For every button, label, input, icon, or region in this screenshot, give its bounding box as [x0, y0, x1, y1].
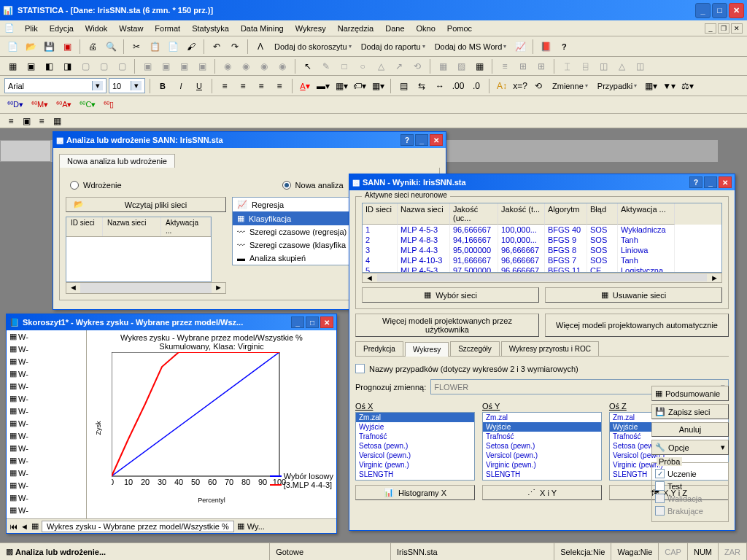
- workbook-tab[interactable]: Wy...: [247, 522, 265, 531]
- summary-button[interactable]: ▦Podsumowanie: [651, 386, 729, 401]
- help-icon[interactable]: ?: [556, 39, 572, 55]
- fillcolor-icon[interactable]: ▬▾: [315, 78, 331, 94]
- tab-nav-first[interactable]: ⏮: [9, 522, 18, 531]
- tb2-icon[interactable]: ▢: [77, 58, 93, 74]
- minimize-button[interactable]: _: [695, 3, 711, 18]
- close-button[interactable]: ✕: [729, 3, 744, 18]
- tb2-icon[interactable]: ▦: [471, 58, 487, 74]
- tb2-icon[interactable]: ◧: [41, 58, 57, 74]
- menu-edycja[interactable]: Edycja: [44, 23, 80, 34]
- network-table[interactable]: ID sieci Nazwa sieci Aktywacja ...: [66, 217, 212, 282]
- tab-roc[interactable]: Wykresy przyrostu i ROC: [501, 341, 599, 356]
- col-header[interactable]: ID sieci: [363, 203, 398, 225]
- tb2-icon[interactable]: ▣: [139, 58, 155, 74]
- save-icon[interactable]: 💾: [41, 39, 57, 55]
- radio-nowa[interactable]: Nowa analiza: [282, 181, 344, 190]
- analysis-type-list[interactable]: 📈Regresja ▦Klasyfikacja 〰Szeregi czasowe…: [232, 197, 360, 265]
- list-item[interactable]: Zm.zal: [483, 413, 601, 422]
- tree-item[interactable]: ▦W-: [7, 355, 86, 368]
- chart-icon[interactable]: 📈: [512, 39, 528, 55]
- maximize-button[interactable]: □: [306, 316, 319, 328]
- list-item[interactable]: Virginic (pewn.): [483, 460, 601, 470]
- action-skupien[interactable]: ▬Analiza skupień: [233, 252, 360, 265]
- vars-dropdown[interactable]: Zmienne: [549, 78, 592, 94]
- fontsize-combo[interactable]: 10: [109, 78, 145, 93]
- select-networks-button[interactable]: ▦Wybór sieci: [362, 287, 539, 303]
- action-szeregi-reg[interactable]: 〰Szeregi czasowe (regresja): [233, 225, 360, 238]
- load-files-button[interactable]: 📂Wczytaj pliki sieci: [66, 197, 226, 212]
- col-header[interactable]: Algorytm: [545, 203, 587, 225]
- sm-icon[interactable]: ▣: [20, 115, 33, 127]
- tb2-icon[interactable]: ○: [355, 58, 371, 74]
- list-item[interactable]: Setosa (pewn.): [356, 441, 474, 451]
- more-auto-models-button[interactable]: Więcej modeli projektowanych automatyczn…: [545, 314, 729, 337]
- tb2-icon[interactable]: ⊞: [533, 58, 549, 74]
- tree-item[interactable]: ▦W-: [7, 467, 86, 479]
- align-left-icon[interactable]: ≡: [217, 78, 233, 94]
- tb2-icon[interactable]: ▣: [176, 58, 192, 74]
- col-header[interactable]: Błąd: [587, 203, 618, 225]
- list-item[interactable]: Versicol (pewn.): [356, 451, 474, 460]
- grid2-icon[interactable]: ▦▾: [643, 78, 659, 94]
- font-combo[interactable]: Arial: [4, 78, 107, 93]
- action-regresja[interactable]: 📈Regresja: [233, 198, 360, 211]
- tree-item[interactable]: ▦W-: [7, 417, 86, 429]
- tb2-icon[interactable]: ▢: [114, 58, 130, 74]
- col-header[interactable]: Aktywacja ...: [618, 203, 675, 225]
- fmt-icon[interactable]: ⇆: [414, 78, 430, 94]
- case-names-checkbox[interactable]: Nazwy przypadków (dotyczy wykresów 2 i 3…: [355, 361, 729, 376]
- paste-icon[interactable]: 📄: [165, 39, 181, 55]
- tb2-icon[interactable]: ◉: [238, 58, 254, 74]
- menu-pomoc[interactable]: Pomoc: [441, 23, 478, 34]
- xeq-icon[interactable]: x=?: [512, 78, 528, 94]
- close-button[interactable]: ✕: [320, 316, 333, 328]
- pdf-icon[interactable]: ▣: [59, 39, 75, 55]
- tb2-icon[interactable]: ▣: [23, 58, 39, 74]
- menu-statystyka[interactable]: Statystyka: [186, 23, 235, 34]
- tree-item[interactable]: ▦W-: [7, 330, 86, 343]
- table-row[interactable]: 3MLP 4-4-395,00000096,666667BFGS 8SOSLin…: [363, 245, 721, 255]
- minimize-button[interactable]: _: [291, 316, 304, 328]
- table-row[interactable]: 2MLP 4-8-394,166667100,000...BFGS 9SOSTa…: [363, 235, 721, 245]
- weight-icon[interactable]: ⚖▾: [679, 78, 695, 94]
- workbook-titlebar[interactable]: 📘Skoroszyt1* - Wykres zysku - Wybrane pr…: [7, 314, 336, 330]
- var-icon[interactable]: A↕: [494, 78, 510, 94]
- menu-format[interactable]: Format: [149, 23, 186, 34]
- sm-icon[interactable]: ≡: [4, 115, 18, 127]
- brush-icon[interactable]: 🖌: [183, 39, 199, 55]
- underline-icon[interactable]: U: [191, 78, 207, 94]
- tb2-icon[interactable]: ▢: [96, 58, 112, 74]
- status-task[interactable]: ▩ Analiza lub wdrożenie...: [0, 543, 270, 560]
- add-workbook-dropdown[interactable]: Dodaj do skoroszytu: [271, 39, 355, 55]
- action-klasyfikacja[interactable]: ▦Klasyfikacja: [233, 211, 360, 225]
- open-icon[interactable]: 📂: [23, 39, 39, 55]
- fontcolor-icon[interactable]: A▾: [297, 78, 313, 94]
- filter-icon[interactable]: ▼▾: [661, 78, 677, 94]
- tb2-icon[interactable]: ⊞: [515, 58, 531, 74]
- tree-item[interactable]: ▦W-: [7, 405, 86, 417]
- mdi-minimize-button[interactable]: _: [705, 23, 716, 34]
- tree-item[interactable]: ▦W-: [7, 392, 86, 405]
- tb2-icon[interactable]: ▦: [435, 58, 451, 74]
- list-item[interactable]: SLENGTH: [483, 470, 601, 479]
- menu-dane[interactable]: Dane: [379, 23, 410, 34]
- list-item[interactable]: Trafność: [483, 432, 601, 441]
- align-justify-icon[interactable]: ≡: [271, 78, 287, 94]
- tb2-icon[interactable]: ↗: [391, 58, 407, 74]
- borders-icon[interactable]: ▦▾: [333, 78, 349, 94]
- mdi-restore-button[interactable]: ❐: [718, 23, 729, 34]
- tab-nav-prev[interactable]: ◄: [20, 522, 28, 531]
- hscrollbar[interactable]: ◄►: [66, 282, 226, 294]
- tree-item[interactable]: ▦W-: [7, 504, 86, 516]
- align-center-icon[interactable]: ≡: [235, 78, 251, 94]
- copy-icon[interactable]: 📋: [147, 39, 163, 55]
- action-szeregi-klas[interactable]: 〰Szeregi czasowe (klasyfika: [233, 238, 360, 252]
- menu-okno[interactable]: Okno: [411, 23, 441, 34]
- tree-item[interactable]: ▦W-: [7, 380, 86, 392]
- table-row[interactable]: 1MLP 4-5-396,666667100,000...BFGS 40SOSW…: [363, 225, 721, 235]
- bold-icon[interactable]: B: [155, 78, 171, 94]
- list-item[interactable]: Trafność: [356, 432, 474, 441]
- redo-icon[interactable]: ↷: [227, 39, 243, 55]
- cases-dropdown[interactable]: Przypadki: [594, 78, 640, 94]
- tb2-icon[interactable]: ✎: [318, 58, 334, 74]
